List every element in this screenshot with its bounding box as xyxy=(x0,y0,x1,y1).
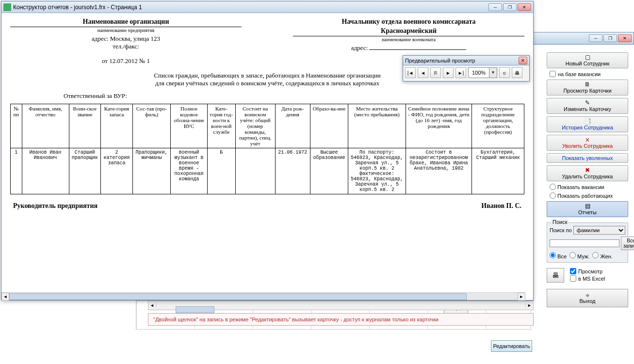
responsible-label: Ответственный за ВУР: xyxy=(64,92,524,100)
show-working-radio[interactable]: Показать работающих xyxy=(547,192,628,199)
parent-maximize-button[interactable]: ❐ xyxy=(603,34,617,42)
table-header: Состоит на воинском учёте: общий (номер … xyxy=(235,104,275,148)
first-page-button[interactable]: |◄ xyxy=(405,67,416,78)
new-employee-button[interactable]: ▢Новый Сотрудник xyxy=(547,52,628,68)
report-maximize-button[interactable]: ❐ xyxy=(503,3,517,11)
edit-mode-button[interactable]: Редактировать xyxy=(491,340,532,352)
table-cell: 21.06.1972 xyxy=(275,148,310,194)
table-header: Дата рож-дения xyxy=(275,104,310,148)
table-header: № пп xyxy=(11,104,22,148)
table-header: Кате-гория запаса xyxy=(101,104,133,148)
excel-checkbox[interactable]: в MS Excel xyxy=(567,275,605,282)
report-title: Конструктор отчетов - joursotv1.frx - Ст… xyxy=(13,4,488,11)
table-header: Место жительства (место пребывания) xyxy=(348,104,406,148)
table-cell: 2 категория запаса xyxy=(101,148,133,194)
fire-icon: ⨯ xyxy=(585,137,590,142)
fire-employee-button[interactable]: ⨯Уволить Сотрудника xyxy=(547,135,628,151)
side-panel: ▢Новый Сотрудник на базе вакансии 🗎Просм… xyxy=(547,52,628,307)
org-subtitle: наименование предприятия xyxy=(10,28,242,33)
edit-icon: ✎ xyxy=(585,100,590,106)
recipient-title: Начальнику отдела военного комиссариата xyxy=(293,18,524,27)
table-cell: Иванов Иван Иванович xyxy=(22,148,69,194)
preview-toolbar-window: Предварительный просмотр ✕ |◄ ◄ ⎘ ► ►| ▼… xyxy=(403,55,530,81)
show-fired-button[interactable]: Показать уволенных xyxy=(547,153,628,163)
history-icon: 📑 xyxy=(584,118,591,124)
gender-female-radio[interactable]: Жен. xyxy=(592,252,612,259)
footer-right: Иванов П. С. xyxy=(481,202,521,210)
table-cell: Старший прапорщик xyxy=(69,148,101,194)
search-input[interactable] xyxy=(550,239,619,247)
footer-left: Руководитель предприятия xyxy=(13,202,98,210)
show-vacancies-radio[interactable]: Показать вакансии xyxy=(547,184,628,190)
printer-icon: 🖶 xyxy=(552,271,559,279)
gender-male-radio[interactable]: Муж. xyxy=(569,252,589,259)
table-cell: Высшее образование xyxy=(310,148,348,194)
recipient-name: Красноармейский xyxy=(293,27,524,36)
reports-button[interactable]: ▤Отчеты xyxy=(547,201,628,217)
hint-bar: "Двойной щелчок" на запись в режиме "Ред… xyxy=(148,313,534,326)
report-horizontal-scrollbar[interactable]: ◄► xyxy=(1,292,525,300)
preview-close-button[interactable]: ✕ xyxy=(519,57,527,64)
employee-history-button[interactable]: 📑История Сотрудника xyxy=(547,116,628,132)
delete-icon: ✖ xyxy=(585,167,590,173)
gender-all-radio[interactable]: Все xyxy=(550,252,567,259)
report-designer-window: Конструктор отчетов - joursotv1.frx - Ст… xyxy=(1,1,534,301)
recipient-subtitle: наименование военкомата xyxy=(293,37,524,42)
table-cell: Состоит в незарегистрированном браке, Ив… xyxy=(406,148,472,194)
table-cell: Б xyxy=(207,148,235,194)
prev-page-button[interactable]: ◄ xyxy=(418,67,428,78)
preview-titlebar[interactable]: Предварительный просмотр ✕ xyxy=(403,56,529,65)
view-card-button[interactable]: 🗎Просмотр Карточки xyxy=(547,79,628,95)
report-close-button[interactable]: ✕ xyxy=(518,3,531,11)
grid-icon: ▤ xyxy=(585,203,590,209)
tel-fax: тел./факс: xyxy=(10,43,242,50)
zoom-input[interactable] xyxy=(469,68,489,78)
report-minimize-button[interactable]: ─ xyxy=(488,3,502,11)
table-header: Семейное положение жена - ФИО, год рожде… xyxy=(406,104,472,148)
preview-checkbox[interactable]: Просмотр xyxy=(567,268,605,274)
recipient-address: адрес: xyxy=(293,44,524,52)
org-address: адрес: Москва, улица 123 xyxy=(10,35,242,43)
table-cell: По паспорту: 546823, Краснодар, Заречная… xyxy=(348,148,406,194)
search-fieldset: Поиск Поиск по фамилии Все записи Все Му… xyxy=(547,222,628,263)
last-page-button[interactable]: ►| xyxy=(455,67,466,78)
print-button[interactable]: 🖶 xyxy=(547,268,564,283)
edit-card-button[interactable]: ✎Изменить Карточку xyxy=(547,98,628,114)
side-exit-button[interactable]: ⎆Выход xyxy=(547,289,628,307)
goto-page-button[interactable]: ⎘ xyxy=(430,67,441,78)
parent-minimize-button[interactable]: ─ xyxy=(589,34,602,42)
report-titlebar[interactable]: Конструктор отчетов - joursotv1.frx - Ст… xyxy=(1,1,533,13)
grid-horizontal-scrollbar[interactable]: ◄► xyxy=(148,301,534,310)
zoom-combo[interactable]: ▼ xyxy=(468,67,497,78)
search-by-label: Поиск по xyxy=(550,227,572,233)
table-header: Кате-гория год-ности к воен-ной службе xyxy=(207,104,235,148)
all-records-button[interactable]: Все записи xyxy=(621,237,634,250)
table-header: Фамилия, имя, отчество xyxy=(22,104,69,148)
based-on-vacancy-checkbox[interactable]: на базе вакансии xyxy=(547,71,628,77)
table-cell: 1 xyxy=(11,148,22,194)
chevron-down-icon[interactable]: ▼ xyxy=(489,68,497,78)
search-field-select[interactable]: фамилии xyxy=(573,226,625,235)
table-cell xyxy=(235,148,275,194)
table-header: Воин-ское звание xyxy=(69,104,101,148)
org-title: Наименование организации xyxy=(10,18,242,27)
parent-close-button[interactable]: ✕ xyxy=(618,34,632,42)
preview-title: Предварительный просмотр xyxy=(405,58,519,63)
table-cell: Прапорщики, мичманы xyxy=(132,148,171,194)
print-preview-button[interactable]: 🖶 xyxy=(512,67,522,78)
card-icon: 🗎 xyxy=(585,81,590,87)
table-header: Структурное подразделение организации, д… xyxy=(472,104,524,148)
close-preview-button[interactable]: ⎋ xyxy=(499,67,510,78)
app-icon xyxy=(3,3,11,11)
lower-strip: ◄► "Двойной щелчок" на запись в режиме "… xyxy=(148,301,534,326)
delete-employee-button[interactable]: ✖Удалить Сотрудника xyxy=(547,165,628,181)
table-cell: Бухгалтерия, Старший механик xyxy=(472,148,524,194)
date-number: от 12.07.2012 № 1 xyxy=(10,57,242,65)
document-icon: ▢ xyxy=(585,54,590,60)
table-header: Сос-тав (про-филь) xyxy=(132,104,171,148)
report-table: № ппФамилия, имя, отчествоВоин-ское зван… xyxy=(10,104,524,194)
search-legend: Поиск xyxy=(551,219,569,225)
next-page-button[interactable]: ► xyxy=(443,67,454,78)
exit-icon: ⎆ xyxy=(547,292,628,298)
table-cell: военный музыкант в военное время - похор… xyxy=(171,148,207,194)
